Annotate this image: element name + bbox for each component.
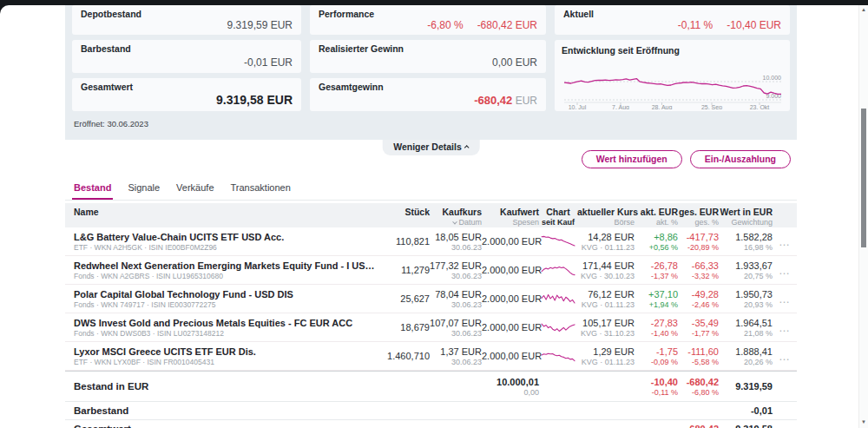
row-menu-button[interactable]: … xyxy=(779,321,791,334)
wert-cell: 1.964,5121,08 % xyxy=(719,318,773,338)
header-ges-eur: ges. EURges. % xyxy=(678,207,719,227)
wert-cell: 1.933,6720,75 % xyxy=(719,260,773,280)
scroll-up-arrow-icon[interactable]: ▲ xyxy=(859,5,868,14)
aktueller-kurs-cell: 1,29 EURKVG · 01.11.23 xyxy=(577,346,635,366)
tab-transaktionen[interactable]: Transaktionen xyxy=(229,180,293,200)
deposit-withdraw-button[interactable]: Ein-/Auszahlung xyxy=(690,150,791,168)
account-opened-date: Eröffnet: 30.06.2023 xyxy=(72,111,790,128)
row-menu-button[interactable]: … xyxy=(779,350,791,363)
card-value: 9.319,59 EUR xyxy=(81,19,293,31)
header-akt-eur: akt. EURakt. % xyxy=(635,207,678,227)
chart-title: Entwicklung seit Eröffnung xyxy=(562,45,785,56)
performance-percent: -6,80 % xyxy=(427,19,463,31)
total-row-gesamtwert: Gesamtwert -680,42 9.319,58 xyxy=(65,419,797,428)
total-row-bestand: Bestand in EUR 10.000,010,00 -10,40-0,11… xyxy=(65,371,797,401)
svg-text:10.000: 10.000 xyxy=(763,75,782,81)
menu-cell: … xyxy=(773,234,797,249)
sparkline-chart xyxy=(541,291,575,306)
total-kaufwert: 10.000,01 xyxy=(482,377,539,387)
total-spesen: 0,00 xyxy=(482,388,539,397)
svg-text:7. Aug: 7. Aug xyxy=(612,104,629,110)
akt-eur-cell: +37,10+1,94 % xyxy=(635,289,678,309)
akt-eur-cell: -1,75-0,09 % xyxy=(635,346,678,366)
row-menu-button[interactable]: … xyxy=(779,293,791,306)
position-name: DWS Invest Gold and Precious Metals Equi… xyxy=(74,318,378,328)
header-stueck: Stück xyxy=(378,207,430,227)
table-row[interactable]: Redwheel Next Generation Emerging Market… xyxy=(65,256,797,285)
kaufwert-cell: 2.000,00 EUR xyxy=(482,351,539,361)
card-realisierter-gewinn: Realisierter Gewinn 0,00 EUR xyxy=(310,40,546,73)
row-menu-button[interactable]: … xyxy=(779,235,791,248)
less-details-button[interactable]: Weniger Details xyxy=(382,140,480,155)
kaufwert-cell: 2.000,00 EUR xyxy=(482,265,539,275)
stueck-cell: 18,679 xyxy=(378,322,430,333)
table-row[interactable]: L&G Battery Value-Chain UCITS ETF USD Ac… xyxy=(65,227,797,256)
akt-eur-cell: -27,83-1,40 % xyxy=(635,318,678,338)
position-name: Redwheel Next Generation Emerging Market… xyxy=(74,260,378,271)
wert-cell: 1.888,4120,26 % xyxy=(719,346,773,366)
menu-cell: … xyxy=(773,348,797,364)
sparkline-cell xyxy=(539,234,577,249)
position-name-cell: DWS Invest Gold and Precious Metals Equi… xyxy=(65,318,378,338)
action-buttons: Wert hinzufügen Ein-/Auszahlung xyxy=(582,150,791,168)
total-row-barbestand: Barbestand -0,01 xyxy=(65,401,797,419)
kaufwert-cell: 2.000,00 EUR xyxy=(482,322,539,333)
card-aktuell: Aktuell -0,11 %-10,40 EUR xyxy=(555,5,790,35)
tab-signale[interactable]: Signale xyxy=(126,180,161,200)
less-details-label: Weniger Details xyxy=(393,142,462,152)
kaufkurs-cell: 18,05 EUR30.06.23 xyxy=(430,232,482,252)
ges-eur-cell: -35,49-1,77 % xyxy=(678,318,719,338)
aktueller-kurs-cell: 14,28 EURKVG · 01.11.23 xyxy=(577,232,635,252)
header-menu-spacer xyxy=(773,207,797,227)
header-aktueller-kurs: aktueller KursBörse xyxy=(577,207,635,227)
tab-verkäufe[interactable]: Verkäufe xyxy=(174,180,215,200)
wert-cell: 1.582,2816,98 % xyxy=(719,232,773,252)
card-value: -0,01 EUR xyxy=(81,56,293,69)
total-wert: 9.319,59 xyxy=(719,381,773,392)
scroll-down-arrow-icon[interactable]: ▼ xyxy=(859,418,868,426)
akt-eur-cell: -26,78-1,37 % xyxy=(635,260,678,280)
ges-eur-cell: -111,60-5,58 % xyxy=(678,346,719,366)
kaufkurs-cell: 177,32 EUR30.06.23 xyxy=(430,260,482,280)
header-wert-in-eur: Wert in EURGewichtung xyxy=(719,207,773,227)
card-label: Aktuell xyxy=(563,9,781,19)
tab-bestand[interactable]: Bestand xyxy=(72,180,113,200)
position-name: L&G Battery Value-Chain UCITS ETF USD Ac… xyxy=(74,232,378,242)
kaufkurs-cell: 78,04 EUR30.06.23 xyxy=(430,289,482,309)
menu-cell: … xyxy=(773,291,797,306)
sort-chevron-down-icon xyxy=(452,220,457,225)
menu-cell: … xyxy=(773,262,797,278)
table-row[interactable]: Polar Capital Global Technology Fund - U… xyxy=(65,285,797,313)
vertical-scrollbar[interactable]: ▲ ▼ xyxy=(858,5,868,428)
ges-eur-cell: -49,28-2,46 % xyxy=(678,289,719,309)
table-row[interactable]: Lyxor MSCI Greece UCITS ETF EUR Dis. ETF… xyxy=(65,342,797,371)
card-label: Realisierter Gewinn xyxy=(319,43,537,54)
wert-cell: 1.950,7320,93 % xyxy=(719,289,773,309)
stueck-cell: 11,279 xyxy=(378,265,430,275)
sparkline-cell xyxy=(539,348,577,364)
table-row[interactable]: DWS Invest Gold and Precious Metals Equi… xyxy=(65,313,797,342)
sparkline-chart xyxy=(541,348,575,364)
sparkline-chart xyxy=(541,319,575,335)
total-akt-eur: -10,40 xyxy=(635,377,678,387)
position-meta: Fonds · WKN A2GBRS · ISIN LU1965310680 xyxy=(74,272,378,280)
add-value-button[interactable]: Wert hinzufügen xyxy=(582,150,682,168)
row-menu-button[interactable]: … xyxy=(779,264,791,277)
sparkline-cell xyxy=(539,319,577,335)
positions-list: L&G Battery Value-Chain UCITS ETF USD Ac… xyxy=(65,227,797,371)
card-barbestand: Barbestand -0,01 EUR xyxy=(72,40,301,73)
position-meta: ETF · WKN LYX0BF · ISIN FR0010405431 xyxy=(74,358,378,366)
kaufkurs-cell: 1,37 EUR30.06.23 xyxy=(430,346,482,366)
svg-text:25. Sep: 25. Sep xyxy=(701,104,722,110)
svg-text:28. Aug: 28. Aug xyxy=(652,104,673,110)
total-akt-pct: -0,11 % xyxy=(635,388,678,397)
akt-eur-cell: +8,86+0,56 % xyxy=(635,232,678,252)
position-name-cell: Polar Capital Global Technology Fund - U… xyxy=(65,289,378,309)
header-kaufkurs[interactable]: Kaufkurs Datum xyxy=(430,207,482,227)
total-wert: 9.319,58 xyxy=(719,424,773,428)
performance-eur: -680,42 EUR xyxy=(477,19,537,31)
card-value: 9.319,58 EUR xyxy=(81,93,293,107)
card-value: 0,00 EUR xyxy=(319,56,537,69)
scrollbar-thumb[interactable] xyxy=(861,109,866,247)
position-name-cell: Lyxor MSCI Greece UCITS ETF EUR Dis. ETF… xyxy=(65,346,378,366)
